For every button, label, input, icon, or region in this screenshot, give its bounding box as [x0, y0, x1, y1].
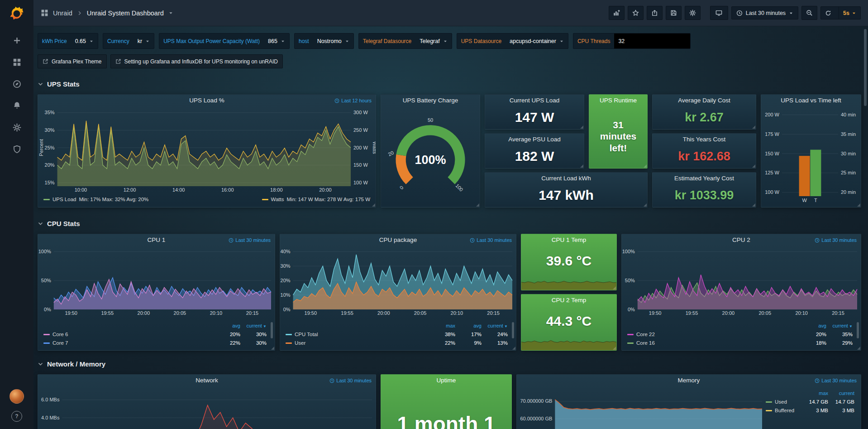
panel-title[interactable]: Current Load kWh	[485, 173, 647, 184]
panel-title[interactable]: CPU 2 Temp	[521, 294, 616, 306]
sidebar-alerting-button[interactable]	[8, 99, 26, 112]
variable-value-dropdown[interactable]: 0.65	[71, 34, 98, 48]
sidebar-explore-button[interactable]	[8, 77, 26, 90]
panel-average-psu-load: Average PSU Load 182 W	[485, 133, 584, 169]
legend-sort-header[interactable]: avg	[455, 322, 482, 330]
svg-text:20:10: 20:10	[210, 310, 223, 316]
panel-title[interactable]: Uptime	[381, 375, 511, 386]
variable-value-dropdown[interactable]: kr	[134, 34, 154, 48]
ups-load-chart[interactable]: 15%100 W20%150 W25%200 W30%250 W35%300 W…	[38, 106, 376, 193]
legend-sort-header[interactable]: avg	[214, 322, 240, 330]
panel-title[interactable]: Memory	[517, 375, 861, 386]
variable-cpu-threads[interactable]: CPU Threads	[573, 33, 691, 49]
legend-scrollbar[interactable]	[857, 322, 859, 338]
cpu-package-chart[interactable]: 0%10%20%30%40%19:5019:5520:0020:0520:102…	[280, 246, 516, 317]
variable-currency[interactable]: Currencykr	[103, 33, 154, 49]
time-picker-button[interactable]: Last 30 minutes	[731, 6, 798, 19]
legend-item[interactable]: Buffered	[766, 406, 802, 415]
svg-text:6.0 MBs: 6.0 MBs	[41, 397, 60, 402]
variable-value-dropdown[interactable]: Nostromo	[313, 34, 353, 48]
refresh-interval-dropdown[interactable]: 5s	[839, 7, 860, 19]
save-dashboard-button[interactable]	[666, 6, 682, 20]
ups-load-vs-time-bar-chart[interactable]: 100 W20 min125 W25 min150 W30 min175 W35…	[761, 106, 861, 204]
variable-label: CPU Threads	[573, 34, 614, 48]
panel-title[interactable]: This Years Cost	[653, 134, 756, 145]
scrollbar[interactable]	[864, 29, 867, 106]
legend-scrollbar[interactable]	[512, 322, 514, 338]
panel-title[interactable]: Current UPS Load	[485, 95, 584, 106]
legend-sort-header[interactable]: max	[429, 322, 455, 330]
legend-value: 20%	[800, 330, 826, 339]
panel-title[interactable]: CPU 1 Temp	[521, 234, 616, 246]
legend-item[interactable]: Core 6	[43, 330, 214, 339]
caret-down-icon	[145, 39, 150, 43]
panel-title[interactable]: UPS Runtime	[589, 95, 647, 106]
panel-title[interactable]: UPS Load %	[38, 95, 376, 106]
cpu1-chart[interactable]: 0%50%100%19:5019:5520:0020:0520:1020:15	[38, 246, 275, 317]
memory-chart[interactable]: 50.000000 GB60.000000 GB70.000000 GB	[517, 386, 766, 429]
legend-item[interactable]: Core 22	[627, 330, 800, 339]
legend-scrollbar[interactable]	[271, 322, 273, 338]
breadcrumb-folder[interactable]: Unraid	[53, 10, 72, 17]
legend-sort-header[interactable]: current	[828, 389, 854, 398]
svg-text:20%: 20%	[45, 162, 55, 168]
row-title: UPS Stats	[47, 80, 80, 88]
star-dashboard-button[interactable]	[628, 6, 644, 20]
share-dashboard-button[interactable]	[647, 6, 663, 20]
variable-kwh-price[interactable]: kWh Price0.65	[38, 33, 98, 49]
row-network-memory[interactable]: Network / Memory	[38, 358, 105, 369]
panel-title[interactable]: Average Daily Cost	[653, 95, 756, 106]
variable-value-dropdown[interactable]: Telegraf	[415, 34, 451, 48]
legend-item[interactable]: Used	[766, 398, 802, 406]
row-ups-stats[interactable]: UPS Stats	[38, 78, 80, 89]
variable-ups-datasource[interactable]: UPS Datasourceapcupsd-container	[457, 33, 568, 49]
sidebar-admin-button[interactable]	[8, 143, 26, 155]
legend-item[interactable]: WattsMin: 147 W Max: 278 W Avg: 175 W	[262, 197, 370, 202]
variable-input[interactable]	[614, 34, 690, 48]
legend-item[interactable]: User	[286, 339, 429, 347]
tv-mode-button[interactable]	[710, 6, 728, 20]
panel-title[interactable]: UPS Load vs Time left	[761, 95, 861, 106]
legend-sort-header[interactable]: current ▼	[482, 322, 508, 330]
variable-ups-max-output-power-capacity-watt-[interactable]: UPS Max Output Power Capacity (Watt)865	[159, 33, 290, 49]
legend-item[interactable]: UPS LoadMin: 17% Max: 32% Avg: 20%	[43, 197, 148, 202]
add-panel-button[interactable]	[609, 6, 625, 20]
cpu2-chart[interactable]: 0%50%100%19:5019:5520:0020:0520:1020:15	[622, 246, 861, 317]
legend-sort-header[interactable]: current ▼	[240, 322, 267, 330]
breadcrumb-dashboard-title[interactable]: Unraid System Dashboard	[87, 10, 164, 17]
row-cpu-stats[interactable]: CPU Stats	[38, 218, 80, 229]
help-button[interactable]: ?	[11, 411, 22, 422]
legend-value: 14.7 GB	[802, 398, 828, 406]
network-chart[interactable]: 2.0 MBs4.0 MBs6.0 MBs	[38, 386, 376, 429]
refresh-icon	[825, 10, 831, 16]
svg-text:10%: 10%	[281, 292, 291, 298]
legend-item[interactable]: Core 16	[627, 339, 800, 347]
zoom-out-button[interactable]	[801, 6, 817, 20]
panel-title[interactable]: Average PSU Load	[485, 134, 584, 145]
panel-title[interactable]: UPS Battery Charge	[381, 95, 480, 106]
legend-item[interactable]: Core 7	[43, 339, 214, 347]
legend-sort-header[interactable]: avg	[800, 322, 826, 330]
user-avatar[interactable]	[10, 389, 24, 404]
legend-sort-header[interactable]: max	[802, 389, 828, 398]
dashboard-settings-button[interactable]	[685, 6, 701, 20]
caret-down-icon[interactable]	[168, 10, 173, 15]
variable-telegraf-datasource[interactable]: Telegraf DatasourceTelegraf	[358, 33, 452, 49]
grafana-logo[interactable]	[9, 5, 25, 21]
svg-text:40%: 40%	[281, 249, 291, 254]
sidebar-create-button[interactable]	[8, 34, 26, 47]
battery-gauge[interactable]: 02050100100%	[381, 106, 480, 205]
variable-value-dropdown[interactable]: 865	[264, 34, 289, 48]
legend-item[interactable]: CPU Total	[286, 330, 429, 339]
dashboard-link[interactable]: Setting up Grafana and InfluxDB for UPS …	[110, 54, 283, 68]
variable-value-dropdown[interactable]: apcupsd-container	[506, 34, 568, 48]
variable-host[interactable]: hostNostromo	[294, 33, 354, 49]
legend-sort-header[interactable]: current ▼	[826, 322, 853, 330]
panel-title[interactable]: Estimated Yearly Cost	[653, 173, 756, 184]
panel-title[interactable]: Network	[38, 375, 376, 386]
gear-icon	[689, 10, 696, 16]
refresh-button[interactable]	[821, 7, 835, 19]
sidebar-dashboards-button[interactable]	[8, 56, 26, 68]
sidebar-configuration-button[interactable]	[8, 121, 26, 134]
dashboard-link[interactable]: Grafana Plex Theme	[38, 54, 107, 68]
